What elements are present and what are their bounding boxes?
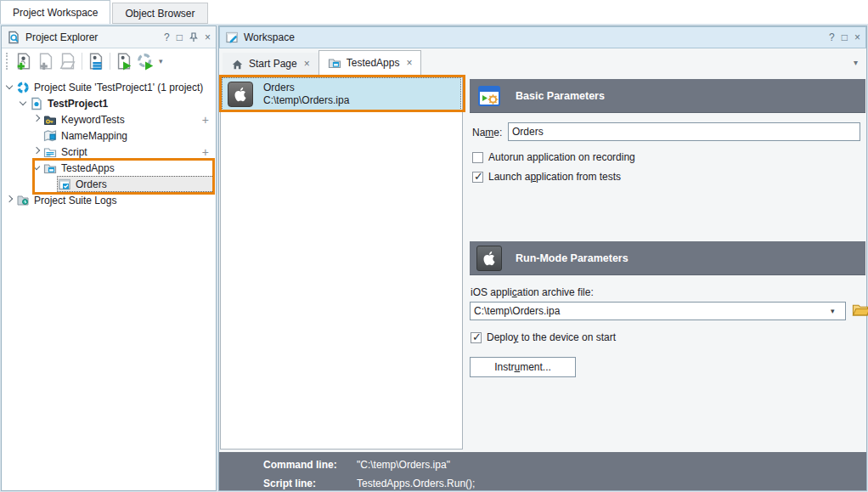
toolbar-separator bbox=[82, 53, 82, 70]
instrument-button[interactable]: Instrument... bbox=[470, 357, 576, 377]
apple-icon bbox=[476, 246, 502, 271]
tree-item-orders[interactable]: Orders bbox=[2, 176, 216, 192]
tab-start-page[interactable]: Start Page × bbox=[223, 53, 318, 75]
pin-icon[interactable] bbox=[189, 32, 198, 42]
script-icon bbox=[43, 145, 59, 159]
help-icon[interactable]: ? bbox=[829, 31, 835, 43]
app-name: Orders bbox=[263, 82, 349, 94]
tree-item-project-suite[interactable]: Project Suite 'TestProject1' (1 project) bbox=[2, 79, 216, 95]
tree-item-keywordtests[interactable]: KeywordTests + bbox=[2, 111, 216, 127]
autorun-checkbox[interactable]: Autorun application on recording bbox=[472, 151, 635, 163]
organize-items-button[interactable] bbox=[85, 51, 107, 71]
project-explorer-panel: Project Explorer ? □ × bbox=[1, 25, 217, 491]
dock-area: Project Explorer ? □ × bbox=[0, 24, 868, 492]
help-icon[interactable]: ? bbox=[164, 31, 170, 43]
add-item-button[interactable] bbox=[35, 51, 57, 71]
home-icon bbox=[231, 58, 244, 71]
tree-item-namemapping[interactable]: NameMapping bbox=[2, 127, 216, 144]
apple-icon bbox=[228, 82, 253, 107]
maximize-icon[interactable]: □ bbox=[177, 31, 183, 43]
archive-file-combobox[interactable] bbox=[470, 302, 846, 320]
selected-tree-item[interactable]: Orders bbox=[57, 176, 214, 192]
workspace-icon bbox=[225, 31, 239, 44]
checkbox-icon[interactable] bbox=[472, 172, 483, 183]
checkbox-icon[interactable] bbox=[471, 332, 482, 343]
document-tabstrip: Start Page × TestedApps × ▾ bbox=[219, 49, 866, 75]
name-input[interactable] bbox=[508, 122, 860, 141]
tree-item-script[interactable]: Script + bbox=[2, 144, 216, 160]
name-label: Name: bbox=[472, 127, 502, 139]
run-mode-parameters-header: Run-Mode Parameters bbox=[470, 241, 865, 275]
panel-title: Workspace bbox=[244, 31, 295, 43]
close-icon[interactable]: × bbox=[854, 31, 860, 43]
close-tab-icon[interactable]: × bbox=[304, 58, 310, 70]
chevron-right-icon[interactable] bbox=[31, 113, 43, 126]
project-icon bbox=[30, 97, 45, 110]
add-child-button[interactable]: + bbox=[202, 145, 209, 159]
tab-project-workspace[interactable]: Project Workspace bbox=[0, 0, 110, 24]
tested-app-icon bbox=[58, 178, 73, 191]
project-explorer-icon bbox=[7, 31, 20, 44]
testcomplete-window: Project Workspace Object Browser Project… bbox=[0, 0, 868, 492]
workspace-panel: Workspace ? □ × Start Page × TestedApps … bbox=[218, 25, 867, 491]
archive-file-label: iOS application archive file: bbox=[471, 286, 594, 298]
list-item-orders[interactable]: Orders C:\temp\Orders.ipa bbox=[222, 77, 461, 110]
maximize-icon[interactable]: □ bbox=[842, 31, 848, 43]
app-properties: Basic Parameters Name: Autorun applicati… bbox=[470, 76, 865, 452]
new-project-button[interactable] bbox=[13, 51, 35, 71]
keyword-tests-icon bbox=[43, 113, 59, 127]
project-tree: Project Suite 'TestProject1' (1 project)… bbox=[2, 74, 216, 208]
chevron-down-icon[interactable] bbox=[31, 161, 43, 174]
run-project-suite-button[interactable] bbox=[135, 51, 157, 71]
browse-folder-icon[interactable] bbox=[852, 303, 868, 318]
tested-apps-icon bbox=[328, 56, 341, 70]
run-project-button[interactable] bbox=[113, 51, 135, 71]
chevron-down-icon[interactable] bbox=[17, 97, 30, 110]
chevron-down-icon[interactable] bbox=[3, 81, 16, 93]
open-file-button[interactable] bbox=[57, 51, 79, 71]
tab-testedapps[interactable]: TestedApps × bbox=[318, 50, 422, 75]
chevron-right-icon[interactable] bbox=[3, 194, 16, 206]
tab-list-dropdown-icon[interactable]: ▾ bbox=[854, 58, 858, 67]
tree-item-testedapps[interactable]: TestedApps bbox=[2, 160, 216, 176]
workspace-header: Workspace ? □ × bbox=[219, 26, 866, 48]
tree-item-testproject1[interactable]: TestProject1 bbox=[2, 95, 216, 111]
app-status-bar: Command line: "C:\temp\Orders.ipa" Scrip… bbox=[219, 452, 866, 490]
close-tab-icon[interactable]: × bbox=[406, 57, 412, 69]
basic-parameters-header: Basic Parameters bbox=[470, 79, 865, 113]
tested-apps-list: Orders C:\temp\Orders.ipa bbox=[220, 76, 463, 450]
logs-icon bbox=[16, 194, 31, 207]
command-line-label: Command line: bbox=[263, 459, 357, 471]
project-explorer-toolbar: ▾ bbox=[2, 48, 216, 74]
script-line-value: TestedApps.Orders.Run(); bbox=[357, 478, 475, 489]
close-icon[interactable]: × bbox=[205, 31, 211, 43]
toolbar-dropdown-icon[interactable]: ▾ bbox=[159, 57, 163, 65]
toolbar-separator bbox=[110, 53, 110, 70]
toolbar-grip[interactable] bbox=[6, 53, 10, 70]
tree-item-project-suite-logs[interactable]: Project Suite Logs bbox=[2, 192, 216, 208]
checkbox-icon[interactable] bbox=[472, 152, 483, 163]
script-line-label: Script line: bbox=[263, 478, 357, 489]
project-explorer-header: Project Explorer ? □ × bbox=[2, 26, 216, 48]
deploy-checkbox[interactable]: Deploy to the device on start bbox=[471, 331, 616, 343]
launch-from-tests-checkbox[interactable]: Launch application from tests bbox=[472, 171, 621, 183]
tab-object-browser[interactable]: Object Browser bbox=[112, 3, 207, 24]
project-suite-icon bbox=[16, 81, 31, 94]
main-tabstrip: Project Workspace Object Browser bbox=[0, 0, 868, 24]
panel-title: Project Explorer bbox=[25, 31, 98, 43]
chevron-right-icon[interactable] bbox=[31, 145, 43, 158]
name-mapping-icon bbox=[43, 129, 59, 143]
add-child-button[interactable]: + bbox=[202, 113, 209, 127]
app-path: C:\temp\Orders.ipa bbox=[263, 94, 349, 107]
basic-parameters-icon bbox=[476, 83, 502, 109]
command-line-value: "C:\temp\Orders.ipa" bbox=[357, 459, 450, 471]
tested-apps-icon bbox=[43, 161, 59, 175]
